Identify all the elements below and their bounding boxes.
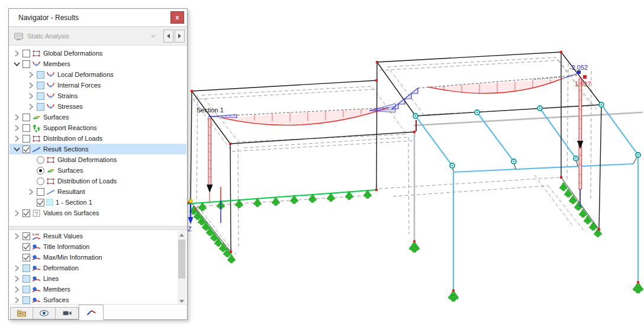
tab-display-navigator[interactable] bbox=[33, 308, 56, 319]
tree-item-strains[interactable]: Strains bbox=[9, 90, 186, 101]
eye-icon bbox=[39, 308, 49, 318]
tree-item-internal-forces[interactable]: Internal Forces bbox=[9, 80, 186, 90]
chevron-right-icon[interactable] bbox=[13, 209, 21, 217]
chevron-right-icon[interactable] bbox=[13, 124, 21, 132]
tree-item-global-deformations[interactable]: Global Deformations bbox=[9, 48, 186, 59]
scrollbar-thumb[interactable] bbox=[178, 240, 185, 279]
svg-text:x.xx: x.xx bbox=[33, 232, 40, 236]
checkbox-checked[interactable] bbox=[37, 199, 44, 206]
tree-item-rs-surfaces[interactable]: Surfaces bbox=[9, 165, 186, 176]
folder-icon bbox=[17, 308, 27, 318]
scroll-up-icon[interactable] bbox=[178, 231, 186, 239]
radio-unselected[interactable] bbox=[37, 177, 44, 185]
checkbox[interactable] bbox=[37, 103, 44, 111]
tree-item-stresses[interactable]: Stresses bbox=[9, 101, 186, 112]
tree-item-section-1[interactable]: 1 - Section 1 bbox=[9, 197, 186, 208]
previous-loading-button[interactable] bbox=[163, 30, 173, 43]
chevron-right-icon[interactable] bbox=[13, 296, 21, 304]
checkbox[interactable] bbox=[37, 188, 44, 196]
tree-item-maxmin-information[interactable]: Max/Min Information bbox=[9, 252, 177, 263]
tree-item-values-on-surfaces[interactable]: ? Values on Surfaces bbox=[9, 208, 186, 218]
chevron-down-icon[interactable] bbox=[13, 146, 21, 153]
tree-item-rs-global-deformations[interactable]: Global Deformations bbox=[9, 154, 186, 165]
analysis-icon bbox=[14, 31, 24, 41]
camera-icon bbox=[62, 308, 72, 318]
tree-item-result-values[interactable]: x.xx Result Values bbox=[9, 231, 177, 241]
tree-item-lines[interactable]: Lines bbox=[9, 273, 177, 284]
chevron-right-icon[interactable] bbox=[27, 92, 35, 100]
checkbox-checked[interactable] bbox=[22, 254, 30, 261]
axis-z-label: Z bbox=[188, 225, 192, 232]
tab-data-navigator[interactable] bbox=[11, 308, 33, 319]
checkbox[interactable] bbox=[37, 82, 44, 89]
display-options-tree: x.xx Result Values Title Information Max… bbox=[9, 231, 177, 305]
chevron-right-icon[interactable] bbox=[13, 114, 21, 121]
loads-icon bbox=[32, 134, 41, 143]
checkbox[interactable] bbox=[22, 275, 30, 283]
checkbox[interactable] bbox=[22, 286, 30, 293]
analysis-type-select[interactable]: Static Analysis bbox=[11, 29, 162, 43]
arrow-right-icon bbox=[178, 34, 181, 38]
tree-item-resultant[interactable]: Resultant bbox=[9, 186, 186, 197]
chevron-right-icon[interactable] bbox=[13, 275, 21, 283]
chevron-right-icon[interactable] bbox=[13, 286, 21, 293]
checkbox[interactable] bbox=[22, 50, 30, 57]
tree-item-local-deformations[interactable]: Local Deformations bbox=[9, 69, 186, 80]
close-button[interactable]: x bbox=[170, 11, 184, 24]
chevron-right-icon[interactable] bbox=[27, 103, 35, 111]
checkbox[interactable] bbox=[37, 92, 44, 100]
checkbox[interactable] bbox=[37, 71, 44, 79]
tree-item-result-sections[interactable]: Result Sections bbox=[9, 144, 186, 154]
max-value-label: -2.052 bbox=[569, 64, 588, 71]
deformations-icon bbox=[46, 156, 55, 164]
tree-item-rs-distribution-of-loads[interactable]: Distribution of Loads bbox=[9, 176, 186, 186]
checkbox[interactable] bbox=[22, 296, 30, 304]
radio-selected[interactable] bbox=[37, 167, 44, 174]
tab-views-navigator[interactable] bbox=[56, 308, 78, 319]
checkbox[interactable] bbox=[22, 114, 30, 121]
chevron-right-icon[interactable] bbox=[27, 82, 35, 89]
tree-item-members-display[interactable]: Members bbox=[9, 284, 177, 295]
checkbox[interactable] bbox=[22, 60, 30, 68]
tree-item-surfaces[interactable]: Surfaces bbox=[9, 112, 186, 122]
checkbox-checked[interactable] bbox=[22, 146, 30, 153]
tree-item-deformation[interactable]: Deformation bbox=[9, 263, 177, 273]
chevron-right-icon[interactable] bbox=[13, 232, 21, 240]
chevron-down-icon[interactable] bbox=[13, 60, 21, 68]
surface-icon bbox=[32, 113, 41, 122]
checkbox-checked[interactable] bbox=[22, 209, 30, 217]
chevron-right-icon[interactable] bbox=[13, 264, 21, 272]
tree-item-members[interactable]: Members bbox=[9, 59, 186, 69]
member-icon bbox=[46, 92, 55, 101]
radio-unselected[interactable] bbox=[37, 156, 44, 164]
chevron-right-icon[interactable] bbox=[27, 188, 35, 196]
checkbox-checked[interactable] bbox=[22, 232, 30, 240]
member-icon bbox=[46, 70, 55, 79]
checkbox[interactable] bbox=[22, 135, 30, 143]
scrollbar-vertical[interactable] bbox=[178, 231, 186, 305]
checkbox[interactable] bbox=[22, 124, 30, 132]
node-links bbox=[452, 155, 638, 172]
tree-item-support-reactions[interactable]: Support Reactions bbox=[9, 122, 186, 133]
result-values-icon: x.xx bbox=[32, 232, 41, 241]
chevron-right-icon[interactable] bbox=[13, 135, 21, 143]
member-icon bbox=[46, 81, 55, 90]
display-eye-icon bbox=[32, 285, 41, 294]
chevron-down-icon bbox=[150, 33, 156, 39]
chevron-right-icon[interactable] bbox=[13, 50, 21, 57]
tree-item-title-information[interactable]: Title Information bbox=[9, 241, 177, 252]
display-eye-icon bbox=[32, 243, 41, 251]
surface-icon bbox=[46, 166, 55, 175]
analysis-toolbar: Static Analysis bbox=[9, 27, 187, 46]
checkbox-checked[interactable] bbox=[22, 243, 30, 251]
next-loading-button[interactable] bbox=[175, 30, 185, 43]
panel-titlebar[interactable]: Navigator - Results x bbox=[9, 9, 187, 27]
section-color-swatch bbox=[46, 199, 53, 206]
tab-results-navigator-active[interactable] bbox=[79, 305, 104, 320]
chevron-right-icon[interactable] bbox=[27, 71, 35, 79]
section-icon bbox=[32, 145, 41, 154]
checkbox[interactable] bbox=[22, 264, 30, 272]
tree-item-distribution-of-loads[interactable]: Distribution of Loads bbox=[9, 133, 186, 144]
axis-x-label: X bbox=[194, 205, 199, 212]
pane-separator bbox=[9, 226, 187, 230]
